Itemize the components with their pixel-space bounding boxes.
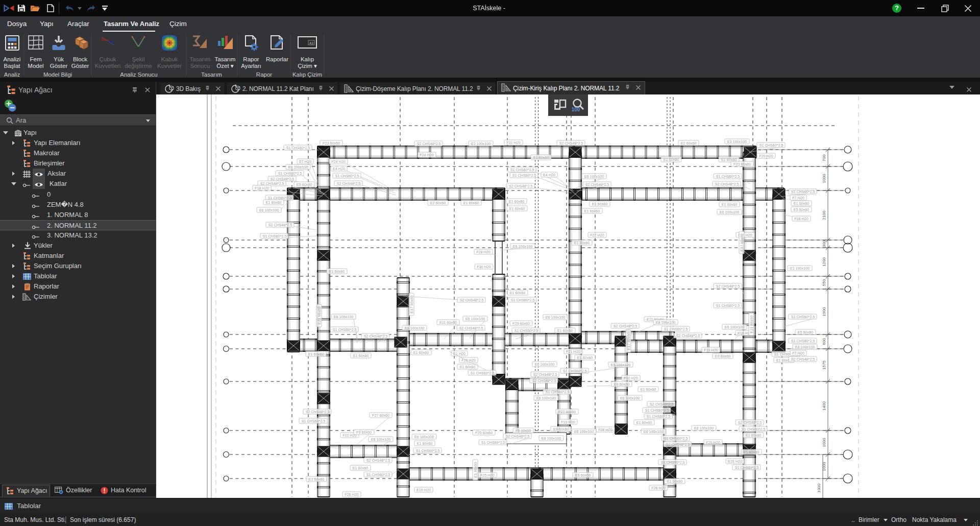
svg-text:E8 100x100: E8 100x100 xyxy=(795,345,815,349)
svg-text:S1 CHS60*2.5: S1 CHS60*2.5 xyxy=(791,189,815,194)
svg-text:S1 CHS60*2.5: S1 CHS60*2.5 xyxy=(471,371,495,375)
svg-text:F27 60x60: F27 60x60 xyxy=(558,410,576,414)
svg-text:S2 CHS48*2.5: S2 CHS48*2.5 xyxy=(614,324,638,328)
svg-text:E1 60x60: E1 60x60 xyxy=(577,355,593,360)
svg-text:E17 60x60: E17 60x60 xyxy=(740,234,744,251)
svg-text:E6 100x100: E6 100x100 xyxy=(584,174,604,179)
svg-text:E1 60x60: E1 60x60 xyxy=(329,269,345,274)
svg-text:S1 CHS60*2.5: S1 CHS60*2.5 xyxy=(791,315,815,319)
svg-text:E5 60x60: E5 60x60 xyxy=(575,473,591,477)
svg-text:E21 60x60: E21 60x60 xyxy=(317,307,322,324)
svg-text:E1 60x60: E1 60x60 xyxy=(592,202,607,206)
svg-text:S1 CHS60*2.5: S1 CHS60*2.5 xyxy=(664,436,688,441)
svg-text:A3: A3 xyxy=(309,41,313,45)
svg-text:S2 CHS48*2.5: S2 CHS48*2.5 xyxy=(460,298,484,302)
svg-text:E1 60x60: E1 60x60 xyxy=(574,241,590,245)
svg-text:F23 60x60: F23 60x60 xyxy=(733,162,751,166)
svg-text:S1 CHS60*2.5: S1 CHS60*2.5 xyxy=(416,448,440,453)
svg-text:S2 CHS48*2.5: S2 CHS48*2.5 xyxy=(676,333,700,338)
svg-text:E16 H20: E16 H20 xyxy=(416,488,431,492)
svg-text:S1 CHS60*2.5: S1 CHS60*2.5 xyxy=(661,460,685,465)
svg-text:S1 CHS60*2.5: S1 CHS60*2.5 xyxy=(263,234,287,238)
svg-text:E21 60x60: E21 60x60 xyxy=(749,316,754,333)
svg-text:E17 60x60: E17 60x60 xyxy=(409,296,414,313)
svg-text:E1 60x60: E1 60x60 xyxy=(308,352,324,356)
svg-text:E7 H20: E7 H20 xyxy=(299,159,311,164)
svg-text:E5 60x60: E5 60x60 xyxy=(297,182,312,187)
svg-text:F10 H20: F10 H20 xyxy=(624,376,638,380)
svg-text:E8 100x100: E8 100x100 xyxy=(542,436,561,441)
svg-text:E4 H20: E4 H20 xyxy=(333,166,345,171)
svg-text:F30 H20: F30 H20 xyxy=(477,265,491,269)
svg-text:300: 300 xyxy=(822,240,826,247)
svg-text:E1 60x60: E1 60x60 xyxy=(266,200,281,205)
svg-text:S1 CHS60*2.5: S1 CHS60*2.5 xyxy=(278,171,302,176)
svg-text:E1 60x60: E1 60x60 xyxy=(509,206,525,211)
svg-text:E1 60x60: E1 60x60 xyxy=(353,466,368,470)
svg-text:E6 100x100: E6 100x100 xyxy=(259,208,279,212)
svg-text:E6 100x100: E6 100x100 xyxy=(535,362,554,367)
svg-text:F25 60x60: F25 60x60 xyxy=(475,431,493,435)
svg-text:1000: 1000 xyxy=(817,484,821,493)
svg-text:S1 CHS60*2.5: S1 CHS60*2.5 xyxy=(514,328,538,333)
svg-text:S2 CHS48*2.5: S2 CHS48*2.5 xyxy=(459,326,483,330)
svg-text:E3 100x100: E3 100x100 xyxy=(727,139,747,144)
svg-text:E1 60x60: E1 60x60 xyxy=(509,199,524,204)
svg-text:1000: 1000 xyxy=(822,438,826,447)
svg-text:E1 60x60: E1 60x60 xyxy=(473,462,478,477)
svg-text:S2 CHS48*2.5: S2 CHS48*2.5 xyxy=(650,402,674,407)
svg-text:E1 60x60: E1 60x60 xyxy=(533,155,549,160)
svg-text:S2 CHS48*2.5: S2 CHS48*2.5 xyxy=(738,420,762,425)
svg-text:E1 60x60: E1 60x60 xyxy=(510,291,525,295)
svg-text:S2 CHS48*2.5: S2 CHS48*2.5 xyxy=(417,141,441,146)
svg-text:S1 CHS60*2.5: S1 CHS60*2.5 xyxy=(760,143,783,148)
svg-text:S2 CHS48*2.5: S2 CHS48*2.5 xyxy=(791,357,815,362)
svg-text:1900: 1900 xyxy=(822,307,826,316)
svg-text:S2 CHS48*2.5: S2 CHS48*2.5 xyxy=(666,442,690,447)
svg-text:E9 60x60: E9 60x60 xyxy=(715,354,730,358)
svg-text:E9 60x60: E9 60x60 xyxy=(614,382,629,387)
svg-text:S2 CHS48*2.5: S2 CHS48*2.5 xyxy=(366,458,390,463)
svg-text:E1 60x60: E1 60x60 xyxy=(417,441,432,446)
svg-text:E1 60x60: E1 60x60 xyxy=(744,450,759,455)
svg-text:F22 H20: F22 H20 xyxy=(590,233,604,237)
svg-text:F5 60x60: F5 60x60 xyxy=(516,428,531,433)
svg-text:F24 H20: F24 H20 xyxy=(331,159,346,164)
svg-text:S1 CHS60*2.5: S1 CHS60*2.5 xyxy=(302,419,326,423)
svg-text:S2 CHS48*2.5: S2 CHS48*2.5 xyxy=(506,434,530,439)
svg-text:S1 CHS60*2.5: S1 CHS60*2.5 xyxy=(735,465,759,470)
svg-text:E6 100x100: E6 100x100 xyxy=(334,315,353,319)
svg-text:S1 CHS60*2.5: S1 CHS60*2.5 xyxy=(716,174,740,179)
svg-text:S1 CHS60*2.5: S1 CHS60*2.5 xyxy=(546,390,570,394)
svg-text:F20 H20: F20 H20 xyxy=(706,440,720,445)
svg-text:600: 600 xyxy=(822,338,826,345)
svg-text:F27 60x60: F27 60x60 xyxy=(372,413,389,418)
svg-text:S2 CHS48*2.5: S2 CHS48*2.5 xyxy=(337,181,361,186)
svg-text:E6 100x100: E6 100x100 xyxy=(414,435,434,439)
svg-text:E6 100x100: E6 100x100 xyxy=(465,317,485,321)
svg-text:E3 100x100: E3 100x100 xyxy=(471,141,491,146)
svg-text:E6 100x100: E6 100x100 xyxy=(288,165,308,170)
svg-text:E1 60x60: E1 60x60 xyxy=(413,350,429,355)
svg-text:F9 60x60: F9 60x60 xyxy=(356,430,372,435)
svg-text:S2 CHS48*2.5: S2 CHS48*2.5 xyxy=(585,182,609,187)
svg-text:E1 60x60: E1 60x60 xyxy=(463,201,479,205)
svg-text:S1 CHS60*2.5: S1 CHS60*2.5 xyxy=(664,327,688,331)
svg-text:E1 60x60: E1 60x60 xyxy=(636,420,652,425)
svg-text:E4 H20: E4 H20 xyxy=(543,173,555,177)
svg-text:E5 60x60: E5 60x60 xyxy=(794,207,809,212)
svg-text:S2 CHS48*2.5: S2 CHS48*2.5 xyxy=(716,284,740,289)
svg-text:E6 100x100: E6 100x100 xyxy=(371,437,390,442)
svg-text:1000: 1000 xyxy=(822,462,826,471)
svg-text:F18 H20: F18 H20 xyxy=(255,186,269,190)
svg-text:S1 CHS60*2.5: S1 CHS60*2.5 xyxy=(742,427,766,432)
svg-text:E9 60x60: E9 60x60 xyxy=(553,427,569,432)
svg-text:E6 100x100: E6 100x100 xyxy=(644,429,663,434)
svg-text:S2 CHS48*2.5: S2 CHS48*2.5 xyxy=(306,410,330,414)
svg-text:E1 60x60: E1 60x60 xyxy=(641,387,656,392)
svg-text:550: 550 xyxy=(822,279,826,286)
svg-text:F23 60x60: F23 60x60 xyxy=(323,141,340,146)
svg-text:S1 CHS60*2.5: S1 CHS60*2.5 xyxy=(335,174,359,178)
svg-text:1400: 1400 xyxy=(822,401,826,411)
svg-text:E6 100x100: E6 100x100 xyxy=(513,244,532,249)
